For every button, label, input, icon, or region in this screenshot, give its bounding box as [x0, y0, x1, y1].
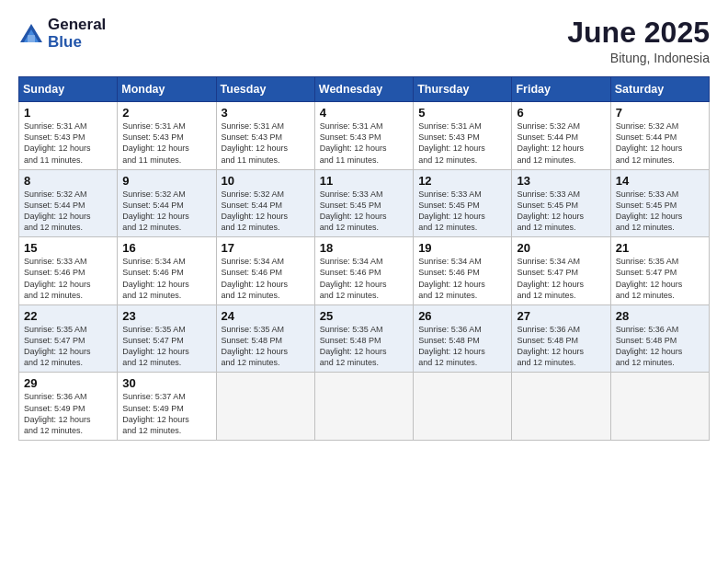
daylight-text: Daylight: 12 hours and 12 minutes.	[517, 347, 584, 367]
day-info: Sunrise: 5:31 AMSunset: 5:43 PMDaylight:…	[24, 121, 112, 166]
day-number: 16	[122, 241, 210, 255]
sunrise-text: Sunrise: 5:35 AM	[122, 325, 186, 334]
sunrise-text: Sunrise: 5:32 AM	[222, 190, 285, 199]
day-info: Sunrise: 5:35 AMSunset: 5:47 PMDaylight:…	[24, 324, 112, 369]
sunset-text: Sunset: 5:47 PM	[616, 268, 677, 277]
calendar-table: SundayMondayTuesdayWednesdayThursdayFrid…	[18, 76, 710, 441]
day-number: 22	[24, 309, 112, 323]
calendar-day-cell: 16Sunrise: 5:34 AMSunset: 5:46 PMDayligh…	[118, 237, 216, 305]
sunrise-text: Sunrise: 5:35 AM	[320, 325, 383, 334]
empty-cell	[216, 373, 314, 441]
day-info: Sunrise: 5:34 AMSunset: 5:46 PMDaylight:…	[122, 256, 210, 301]
day-info: Sunrise: 5:32 AMSunset: 5:44 PMDaylight:…	[616, 121, 704, 166]
daylight-text: Daylight: 12 hours and 11 minutes.	[24, 144, 91, 164]
sunrise-text: Sunrise: 5:35 AM	[222, 325, 285, 334]
sunset-text: Sunset: 5:43 PM	[320, 132, 381, 142]
calendar-day-cell: 28Sunrise: 5:36 AMSunset: 5:48 PMDayligh…	[610, 304, 709, 373]
day-info: Sunrise: 5:32 AMSunset: 5:44 PMDaylight:…	[222, 189, 310, 234]
day-info: Sunrise: 5:32 AMSunset: 5:44 PMDaylight:…	[24, 189, 112, 234]
day-number: 23	[122, 309, 210, 323]
col-header-thursday: Thursday	[414, 77, 512, 102]
calendar-title: June 2025	[567, 17, 710, 49]
logo: General Blue	[18, 17, 106, 51]
sunset-text: Sunset: 5:45 PM	[320, 201, 381, 210]
col-header-saturday: Saturday	[610, 77, 709, 102]
daylight-text: Daylight: 12 hours and 12 minutes.	[24, 347, 91, 367]
day-number: 12	[418, 174, 506, 188]
col-header-wednesday: Wednesday	[314, 77, 413, 102]
daylight-text: Daylight: 12 hours and 12 minutes.	[320, 347, 387, 367]
header-row: SundayMondayTuesdayWednesdayThursdayFrid…	[19, 77, 710, 102]
sunset-text: Sunset: 5:48 PM	[320, 336, 381, 345]
daylight-text: Daylight: 12 hours and 12 minutes.	[24, 415, 91, 435]
sunset-text: Sunset: 5:48 PM	[616, 336, 677, 345]
calendar-week-row: 22Sunrise: 5:35 AMSunset: 5:47 PMDayligh…	[19, 304, 710, 373]
calendar-day-cell: 4Sunrise: 5:31 AMSunset: 5:43 PMDaylight…	[314, 102, 413, 170]
sunset-text: Sunset: 5:43 PM	[222, 132, 283, 142]
daylight-text: Daylight: 12 hours and 12 minutes.	[517, 280, 584, 300]
sunrise-text: Sunrise: 5:34 AM	[418, 257, 482, 266]
day-number: 9	[122, 174, 210, 188]
calendar-day-cell: 1Sunrise: 5:31 AMSunset: 5:43 PMDaylight…	[19, 102, 118, 170]
day-info: Sunrise: 5:33 AMSunset: 5:46 PMDaylight:…	[24, 256, 112, 301]
day-number: 30	[122, 376, 210, 390]
sunset-text: Sunset: 5:44 PM	[122, 201, 184, 210]
sunrise-text: Sunrise: 5:36 AM	[418, 325, 482, 334]
day-number: 13	[517, 174, 605, 188]
sunrise-text: Sunrise: 5:33 AM	[517, 190, 580, 199]
sunset-text: Sunset: 5:43 PM	[122, 132, 184, 142]
day-info: Sunrise: 5:36 AMSunset: 5:48 PMDaylight:…	[517, 324, 605, 369]
sunset-text: Sunset: 5:45 PM	[418, 201, 480, 210]
day-number: 10	[222, 174, 310, 188]
logo-general: General	[48, 17, 106, 34]
sunrise-text: Sunrise: 5:33 AM	[320, 190, 383, 199]
title-block: June 2025 Bitung, Indonesia	[567, 17, 710, 65]
day-number: 1	[24, 106, 112, 120]
day-number: 29	[24, 376, 112, 390]
daylight-text: Daylight: 12 hours and 12 minutes.	[616, 347, 683, 367]
calendar-page: General Blue June 2025 Bitung, Indonesia…	[0, 0, 728, 563]
daylight-text: Daylight: 12 hours and 12 minutes.	[24, 280, 91, 300]
col-header-friday: Friday	[512, 77, 610, 102]
col-header-sunday: Sunday	[19, 77, 118, 102]
sunrise-text: Sunrise: 5:33 AM	[616, 190, 679, 199]
sunrise-text: Sunrise: 5:35 AM	[24, 325, 87, 334]
sunrise-text: Sunrise: 5:32 AM	[122, 190, 186, 199]
daylight-text: Daylight: 12 hours and 12 minutes.	[222, 280, 289, 300]
calendar-day-cell: 22Sunrise: 5:35 AMSunset: 5:47 PMDayligh…	[19, 304, 118, 373]
day-info: Sunrise: 5:34 AMSunset: 5:46 PMDaylight:…	[320, 256, 408, 301]
sunrise-text: Sunrise: 5:34 AM	[320, 257, 383, 266]
calendar-day-cell: 7Sunrise: 5:32 AMSunset: 5:44 PMDaylight…	[610, 102, 709, 170]
calendar-day-cell: 25Sunrise: 5:35 AMSunset: 5:48 PMDayligh…	[314, 304, 413, 373]
empty-cell	[512, 373, 610, 441]
logo-blue: Blue	[48, 34, 106, 52]
sunrise-text: Sunrise: 5:34 AM	[517, 257, 580, 266]
day-info: Sunrise: 5:32 AMSunset: 5:44 PMDaylight:…	[517, 121, 605, 166]
sunrise-text: Sunrise: 5:36 AM	[24, 392, 87, 401]
daylight-text: Daylight: 12 hours and 12 minutes.	[418, 347, 485, 367]
daylight-text: Daylight: 12 hours and 12 minutes.	[222, 347, 289, 367]
sunrise-text: Sunrise: 5:31 AM	[24, 121, 87, 131]
day-number: 7	[616, 106, 704, 120]
sunset-text: Sunset: 5:45 PM	[517, 201, 578, 210]
sunset-text: Sunset: 5:48 PM	[418, 336, 480, 345]
day-info: Sunrise: 5:31 AMSunset: 5:43 PMDaylight:…	[418, 121, 506, 166]
calendar-day-cell: 13Sunrise: 5:33 AMSunset: 5:45 PMDayligh…	[512, 169, 610, 237]
day-info: Sunrise: 5:36 AMSunset: 5:49 PMDaylight:…	[24, 391, 112, 436]
sunset-text: Sunset: 5:48 PM	[222, 336, 283, 345]
sunset-text: Sunset: 5:49 PM	[122, 404, 184, 413]
calendar-day-cell: 30Sunrise: 5:37 AMSunset: 5:49 PMDayligh…	[118, 373, 216, 441]
day-number: 27	[517, 309, 605, 323]
daylight-text: Daylight: 12 hours and 12 minutes.	[24, 212, 91, 232]
day-info: Sunrise: 5:34 AMSunset: 5:47 PMDaylight:…	[517, 256, 605, 301]
sunrise-text: Sunrise: 5:32 AM	[616, 121, 679, 131]
daylight-text: Daylight: 12 hours and 12 minutes.	[320, 212, 387, 232]
sunset-text: Sunset: 5:47 PM	[24, 336, 85, 345]
day-number: 2	[122, 106, 210, 120]
day-info: Sunrise: 5:35 AMSunset: 5:48 PMDaylight:…	[222, 324, 310, 369]
day-number: 11	[320, 174, 408, 188]
calendar-day-cell: 17Sunrise: 5:34 AMSunset: 5:46 PMDayligh…	[216, 237, 314, 305]
day-number: 3	[222, 106, 310, 120]
calendar-day-cell: 14Sunrise: 5:33 AMSunset: 5:45 PMDayligh…	[610, 169, 709, 237]
day-info: Sunrise: 5:34 AMSunset: 5:46 PMDaylight:…	[418, 256, 506, 301]
